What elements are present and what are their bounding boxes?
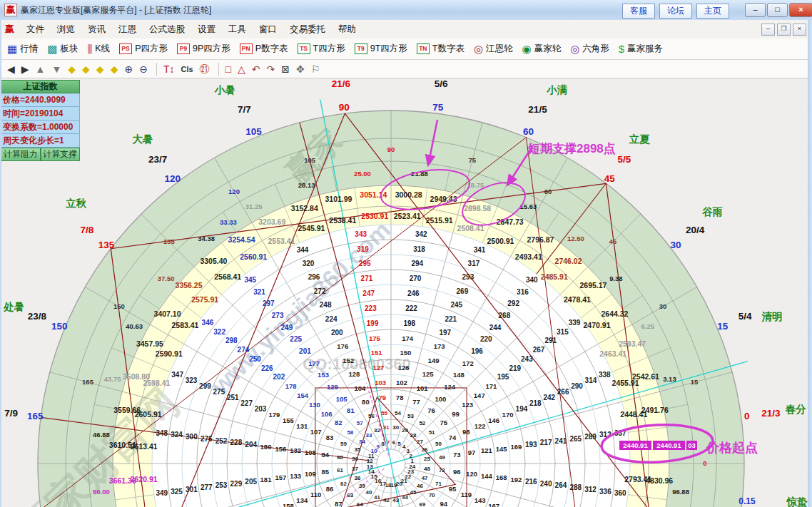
toolbar-item-六角形[interactable]: ◎六角形 — [570, 43, 609, 55]
svg-text:29: 29 — [402, 427, 408, 434]
svg-text:28: 28 — [410, 432, 417, 439]
menu-item-5[interactable]: 公式选股 — [143, 21, 191, 39]
toolbar-item-T四方形[interactable]: TST四方形 — [298, 43, 345, 55]
svg-text:125: 125 — [422, 370, 435, 378]
svg-text:148: 148 — [453, 371, 465, 379]
toolbar-item-label: 六角形 — [582, 43, 609, 55]
close-button[interactable]: × — [789, 3, 812, 17]
toolbar-item-赢家服务[interactable]: $赢家服务 — [619, 43, 663, 55]
svg-text:56: 56 — [368, 413, 375, 419]
menu-item-3[interactable]: 资讯 — [81, 21, 112, 39]
svg-text:168: 168 — [496, 473, 507, 481]
svg-text:小满: 小满 — [546, 84, 568, 96]
svg-text:58: 58 — [347, 429, 353, 436]
svg-text:惊蛰: 惊蛰 — [786, 496, 808, 507]
svg-text:75: 75 — [432, 102, 444, 113]
scale-tool-icon[interactable]: ✥ — [296, 63, 305, 75]
diamond-up-icon[interactable]: ◆ — [96, 63, 104, 75]
toolbar-item-板块[interactable]: ▩板块 — [47, 43, 78, 55]
menu-item-2[interactable]: 浏览 — [51, 21, 81, 39]
toolbar-item-label: T数字表 — [432, 43, 465, 55]
svg-text:2644.32: 2644.32 — [601, 309, 628, 318]
toolbar-item-K线[interactable]: ⫼K线 — [87, 43, 110, 55]
cls-icon[interactable]: Cls — [181, 65, 193, 73]
toolbar-item-P数字表[interactable]: PNP数字表 — [240, 43, 288, 55]
svg-text:71: 71 — [435, 481, 442, 487]
toolbar-item-9T四方形[interactable]: T99T四方形 — [355, 43, 407, 55]
toolbar-item-江恩轮[interactable]: ◎江恩轮 — [474, 43, 513, 55]
prev-icon[interactable]: ◀ — [7, 63, 15, 75]
menu-item-7[interactable]: 工具 — [222, 21, 253, 39]
zoom-out-icon[interactable]: ⊖ — [139, 63, 148, 75]
svg-text:25.00: 25.00 — [354, 170, 371, 178]
toolbar-item-行情[interactable]: ▦行情 — [7, 43, 38, 55]
svg-text:清明: 清明 — [761, 311, 783, 322]
diamond-right-icon[interactable]: ◆ — [82, 63, 90, 75]
svg-text:251: 251 — [227, 394, 239, 401]
svg-text:62: 62 — [340, 481, 347, 487]
menu-item-6[interactable]: 设置 — [191, 21, 222, 39]
menu-item-4[interactable]: 江恩 — [112, 21, 143, 39]
svg-text:3.13: 3.13 — [663, 375, 676, 383]
svg-text:169: 169 — [511, 443, 522, 451]
square-tool-icon[interactable]: □ — [225, 63, 231, 75]
menu-item-1[interactable]: 文件 — [20, 21, 51, 39]
panel-button-1[interactable]: 计算阻力 — [1, 148, 41, 161]
titlebar-button-3[interactable]: 主页 — [696, 4, 729, 19]
mdi-close-button[interactable]: × — [793, 24, 806, 36]
panel-button-2[interactable]: 计算支撑 — [41, 148, 81, 161]
mdi-minimize-button[interactable]: – — [761, 24, 775, 36]
svg-text:79: 79 — [379, 394, 387, 401]
mdi-restore-button[interactable]: ❐ — [777, 24, 791, 36]
tri-up-icon[interactable]: ▲ — [36, 63, 46, 75]
flip-vertical-icon[interactable]: T↕ — [163, 63, 175, 75]
chart-area[interactable]: 赢家财富网www.yingjia360.com赢家QQ:100800360123… — [0, 78, 812, 507]
svg-text:84: 84 — [322, 451, 330, 459]
delete-box-icon[interactable]: ⊠ — [281, 63, 290, 75]
svg-text:38: 38 — [354, 475, 360, 481]
svg-text:165: 165 — [82, 378, 94, 386]
minimize-button[interactable]: – — [745, 3, 766, 17]
toolbar-item-T数字表[interactable]: TNT数字表 — [417, 43, 465, 55]
rotate-cw-icon[interactable]: ↷ — [267, 63, 275, 75]
svg-text:40.63: 40.63 — [126, 322, 143, 330]
svg-text:37.50: 37.50 — [158, 275, 175, 282]
svg-text:2500.91: 2500.91 — [487, 237, 514, 245]
svg-text:3203.69: 3203.69 — [258, 217, 285, 226]
svg-text:44: 44 — [402, 494, 408, 501]
svg-text:70: 70 — [429, 492, 435, 498]
svg-text:157: 157 — [275, 473, 286, 481]
PN-badge-icon: PN — [240, 43, 253, 54]
diamond-left-icon[interactable]: ◆ — [68, 63, 76, 75]
svg-text:246: 246 — [407, 290, 420, 297]
gann-wheel-canvas[interactable]: 赢家财富网www.yingjia360.com赢家QQ:100800360123… — [0, 78, 812, 507]
zoom-in-icon[interactable]: ⊕ — [124, 63, 133, 75]
flag-tool-icon[interactable]: ⚐ — [311, 63, 320, 75]
triangle-tool-icon[interactable]: △ — [238, 63, 245, 75]
calendar-icon[interactable]: ㉑ — [200, 63, 210, 75]
menu-item-10[interactable]: 帮助 — [332, 21, 362, 39]
menu-item-9[interactable]: 交易委托 — [283, 21, 332, 39]
svg-text:338: 338 — [599, 371, 611, 379]
toolbar-item-9P四方形[interactable]: P99P四方形 — [177, 43, 230, 55]
svg-text:春分: 春分 — [785, 404, 807, 415]
svg-text:95: 95 — [449, 485, 457, 493]
menu-item-8[interactable]: 窗口 — [253, 21, 283, 39]
svg-text:296: 296 — [308, 273, 320, 281]
svg-text:151: 151 — [371, 349, 383, 357]
next-icon[interactable]: ▶ — [21, 63, 29, 75]
svg-text:3051.14: 3051.14 — [360, 190, 387, 199]
titlebar-button-1[interactable]: 客服 — [622, 4, 655, 19]
tri-down-icon[interactable]: ▼ — [51, 63, 61, 75]
svg-text:267: 267 — [533, 346, 545, 354]
svg-text:154: 154 — [297, 391, 309, 399]
grid-icon: ▦ — [7, 43, 17, 54]
diamond-down-icon[interactable]: ◆ — [111, 63, 118, 75]
maximize-button[interactable]: □ — [767, 3, 788, 17]
titlebar-button-2[interactable]: 论坛 — [659, 4, 692, 19]
rotate-ccw-icon[interactable]: ↶ — [252, 63, 260, 75]
toolbar-item-P四方形[interactable]: PSP四方形 — [119, 43, 168, 55]
toolbar-item-赢家轮[interactable]: ◉赢家轮 — [522, 43, 562, 55]
svg-text:3508.80: 3508.80 — [123, 372, 150, 381]
svg-text:2545.91: 2545.91 — [298, 224, 325, 232]
